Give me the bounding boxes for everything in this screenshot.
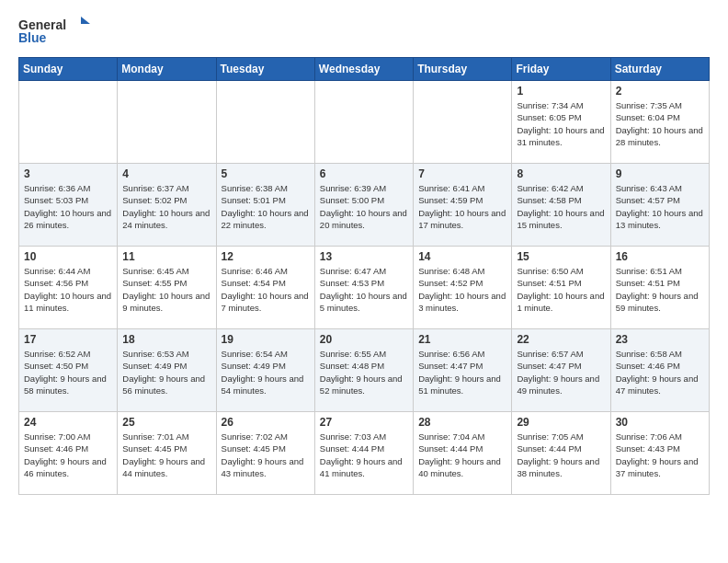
day-info: Sunrise: 6:56 AMSunset: 4:47 PMDaylight:… xyxy=(418,348,506,396)
calendar-cell: 29Sunrise: 7:05 AMSunset: 4:44 PMDayligh… xyxy=(512,412,610,495)
day-number: 2 xyxy=(616,85,704,98)
day-info: Sunrise: 6:38 AMSunset: 5:01 PMDaylight:… xyxy=(222,182,310,231)
calendar-cell: 19Sunrise: 6:54 AMSunset: 4:49 PMDayligh… xyxy=(216,329,314,412)
calendar-cell: 7Sunrise: 6:41 AMSunset: 4:59 PMDaylight… xyxy=(414,164,512,247)
day-info: Sunrise: 6:54 AMSunset: 4:49 PMDaylight:… xyxy=(222,348,310,396)
day-number: 21 xyxy=(418,333,506,346)
day-info: Sunrise: 6:47 AMSunset: 4:53 PMDaylight:… xyxy=(320,265,408,314)
calendar-cell: 22Sunrise: 6:57 AMSunset: 4:47 PMDayligh… xyxy=(512,329,610,412)
day-number: 26 xyxy=(222,416,310,429)
weekday-header-row: SundayMondayTuesdayWednesdayThursdayFrid… xyxy=(19,58,710,81)
calendar-row-1: 1Sunrise: 7:34 AMSunset: 6:05 PMDaylight… xyxy=(19,81,710,164)
day-number: 11 xyxy=(122,250,210,263)
day-info: Sunrise: 6:52 AMSunset: 4:50 PMDaylight:… xyxy=(24,348,112,396)
calendar-cell: 21Sunrise: 6:56 AMSunset: 4:47 PMDayligh… xyxy=(414,329,512,412)
calendar-cell: 11Sunrise: 6:45 AMSunset: 4:55 PMDayligh… xyxy=(118,247,216,329)
day-number: 25 xyxy=(122,416,210,429)
day-number: 8 xyxy=(517,167,605,180)
calendar-cell xyxy=(19,81,118,164)
calendar-cell: 1Sunrise: 7:34 AMSunset: 6:05 PMDaylight… xyxy=(512,81,610,164)
day-number: 22 xyxy=(517,333,605,346)
logo: GeneralBlue xyxy=(18,15,92,50)
calendar-cell: 23Sunrise: 6:58 AMSunset: 4:46 PMDayligh… xyxy=(610,329,709,412)
day-number: 10 xyxy=(24,250,112,263)
calendar-cell: 5Sunrise: 6:38 AMSunset: 5:01 PMDaylight… xyxy=(216,164,314,247)
day-number: 29 xyxy=(517,416,605,429)
weekday-header-wednesday: Wednesday xyxy=(314,58,413,81)
calendar-row-4: 17Sunrise: 6:52 AMSunset: 4:50 PMDayligh… xyxy=(19,329,710,412)
day-number: 7 xyxy=(418,167,506,180)
day-number: 16 xyxy=(616,250,704,263)
day-info: Sunrise: 6:44 AMSunset: 4:56 PMDaylight:… xyxy=(24,265,112,314)
calendar-cell: 8Sunrise: 6:42 AMSunset: 4:58 PMDaylight… xyxy=(512,164,610,247)
day-info: Sunrise: 6:46 AMSunset: 4:54 PMDaylight:… xyxy=(222,265,310,314)
day-info: Sunrise: 7:35 AMSunset: 6:04 PMDaylight:… xyxy=(616,99,704,148)
day-info: Sunrise: 7:06 AMSunset: 4:43 PMDaylight:… xyxy=(616,431,704,479)
day-info: Sunrise: 7:01 AMSunset: 4:45 PMDaylight:… xyxy=(122,431,210,479)
calendar-cell: 18Sunrise: 6:53 AMSunset: 4:49 PMDayligh… xyxy=(118,329,216,412)
calendar-cell: 28Sunrise: 7:04 AMSunset: 4:44 PMDayligh… xyxy=(414,412,512,495)
day-number: 12 xyxy=(222,250,310,263)
day-number: 9 xyxy=(616,167,704,180)
calendar-cell: 2Sunrise: 7:35 AMSunset: 6:04 PMDaylight… xyxy=(610,81,709,164)
day-info: Sunrise: 6:51 AMSunset: 4:51 PMDaylight:… xyxy=(616,265,704,314)
day-info: Sunrise: 6:36 AMSunset: 5:03 PMDaylight:… xyxy=(24,182,112,231)
day-info: Sunrise: 7:34 AMSunset: 6:05 PMDaylight:… xyxy=(517,99,605,148)
weekday-header-monday: Monday xyxy=(118,58,216,81)
day-info: Sunrise: 7:05 AMSunset: 4:44 PMDaylight:… xyxy=(517,431,605,479)
day-number: 17 xyxy=(24,333,112,346)
day-info: Sunrise: 6:53 AMSunset: 4:49 PMDaylight:… xyxy=(122,348,210,396)
day-info: Sunrise: 6:37 AMSunset: 5:02 PMDaylight:… xyxy=(122,182,210,231)
calendar-table: SundayMondayTuesdayWednesdayThursdayFrid… xyxy=(18,57,710,495)
day-number: 19 xyxy=(222,333,310,346)
calendar-cell: 9Sunrise: 6:43 AMSunset: 4:57 PMDaylight… xyxy=(610,164,709,247)
day-number: 23 xyxy=(616,333,704,346)
day-number: 3 xyxy=(24,167,112,180)
day-number: 13 xyxy=(320,250,408,263)
day-number: 28 xyxy=(418,416,506,429)
calendar-cell: 6Sunrise: 6:39 AMSunset: 5:00 PMDaylight… xyxy=(314,164,413,247)
calendar-cell: 10Sunrise: 6:44 AMSunset: 4:56 PMDayligh… xyxy=(19,247,118,329)
day-info: Sunrise: 6:48 AMSunset: 4:52 PMDaylight:… xyxy=(418,265,506,314)
svg-text:Blue: Blue xyxy=(18,30,47,45)
day-number: 6 xyxy=(320,167,408,180)
calendar-cell: 15Sunrise: 6:50 AMSunset: 4:51 PMDayligh… xyxy=(512,247,610,329)
calendar-cell: 26Sunrise: 7:02 AMSunset: 4:45 PMDayligh… xyxy=(216,412,314,495)
day-info: Sunrise: 7:04 AMSunset: 4:44 PMDaylight:… xyxy=(418,431,506,479)
weekday-header-friday: Friday xyxy=(512,58,610,81)
day-number: 14 xyxy=(418,250,506,263)
day-info: Sunrise: 6:58 AMSunset: 4:46 PMDaylight:… xyxy=(616,348,704,396)
calendar-cell xyxy=(314,81,413,164)
calendar-cell: 4Sunrise: 6:37 AMSunset: 5:02 PMDaylight… xyxy=(118,164,216,247)
day-info: Sunrise: 6:43 AMSunset: 4:57 PMDaylight:… xyxy=(616,182,704,231)
day-number: 1 xyxy=(517,85,605,98)
day-number: 4 xyxy=(122,167,210,180)
calendar-row-5: 24Sunrise: 7:00 AMSunset: 4:46 PMDayligh… xyxy=(19,412,710,495)
day-info: Sunrise: 7:03 AMSunset: 4:44 PMDaylight:… xyxy=(320,431,408,479)
calendar-row-3: 10Sunrise: 6:44 AMSunset: 4:56 PMDayligh… xyxy=(19,247,710,329)
day-number: 27 xyxy=(320,416,408,429)
day-info: Sunrise: 6:55 AMSunset: 4:48 PMDaylight:… xyxy=(320,348,408,396)
weekday-header-saturday: Saturday xyxy=(610,58,709,81)
day-info: Sunrise: 6:39 AMSunset: 5:00 PMDaylight:… xyxy=(320,182,408,231)
logo-svg: GeneralBlue xyxy=(18,15,92,50)
day-number: 30 xyxy=(616,416,704,429)
day-number: 18 xyxy=(122,333,210,346)
calendar-cell: 3Sunrise: 6:36 AMSunset: 5:03 PMDaylight… xyxy=(19,164,118,247)
day-info: Sunrise: 6:57 AMSunset: 4:47 PMDaylight:… xyxy=(517,348,605,396)
page-header: GeneralBlue xyxy=(18,15,710,50)
day-info: Sunrise: 6:45 AMSunset: 4:55 PMDaylight:… xyxy=(122,265,210,314)
calendar-cell: 12Sunrise: 6:46 AMSunset: 4:54 PMDayligh… xyxy=(216,247,314,329)
calendar-cell: 17Sunrise: 6:52 AMSunset: 4:50 PMDayligh… xyxy=(19,329,118,412)
calendar-cell: 14Sunrise: 6:48 AMSunset: 4:52 PMDayligh… xyxy=(414,247,512,329)
day-info: Sunrise: 6:50 AMSunset: 4:51 PMDaylight:… xyxy=(517,265,605,314)
svg-marker-1 xyxy=(81,17,90,24)
calendar-cell xyxy=(414,81,512,164)
day-number: 20 xyxy=(320,333,408,346)
day-number: 5 xyxy=(222,167,310,180)
calendar-cell: 24Sunrise: 7:00 AMSunset: 4:46 PMDayligh… xyxy=(19,412,118,495)
weekday-header-tuesday: Tuesday xyxy=(216,58,314,81)
calendar-cell: 25Sunrise: 7:01 AMSunset: 4:45 PMDayligh… xyxy=(118,412,216,495)
weekday-header-thursday: Thursday xyxy=(414,58,512,81)
day-number: 15 xyxy=(517,250,605,263)
